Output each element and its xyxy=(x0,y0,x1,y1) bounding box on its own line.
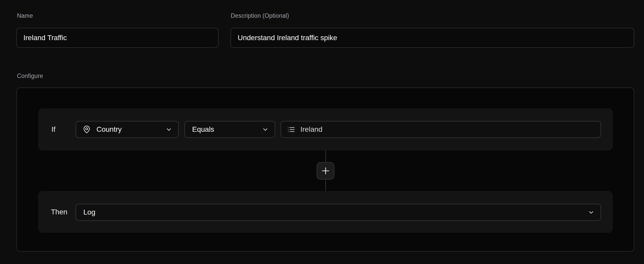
plus-icon xyxy=(320,165,331,176)
then-keyword: Then xyxy=(51,191,67,232)
condition-field-value: Country xyxy=(96,125,122,134)
description-label: Description (Optional) xyxy=(231,11,289,20)
condition-value-text: Ireland xyxy=(300,125,323,134)
description-input[interactable] xyxy=(230,28,634,48)
if-condition-card: If Country xyxy=(38,109,613,150)
action-select-value: Log xyxy=(83,208,95,216)
condition-operator-value: Equals xyxy=(192,125,214,134)
name-label: Name xyxy=(17,11,33,20)
map-pin-icon xyxy=(83,125,91,134)
chevron-down-icon xyxy=(588,209,595,216)
chevron-down-icon xyxy=(165,126,172,133)
condition-field-select[interactable]: Country xyxy=(76,121,179,138)
configure-panel: If Country xyxy=(16,87,634,252)
condition-operator-select[interactable]: Equals xyxy=(184,121,275,138)
then-action-card: Then Log xyxy=(38,191,613,233)
action-select[interactable]: Log xyxy=(76,204,601,221)
if-controls-row: Country Equals xyxy=(76,121,601,138)
condition-value-input[interactable]: Ireland xyxy=(281,121,601,138)
chevron-down-icon xyxy=(262,126,269,133)
name-input[interactable] xyxy=(16,28,219,48)
configure-section-label: Configure xyxy=(17,72,43,80)
list-icon xyxy=(287,126,295,134)
if-keyword: If xyxy=(51,109,56,150)
add-condition-button[interactable] xyxy=(317,162,334,180)
rule-editor-page: Name Description (Optional) Configure If… xyxy=(0,0,644,264)
